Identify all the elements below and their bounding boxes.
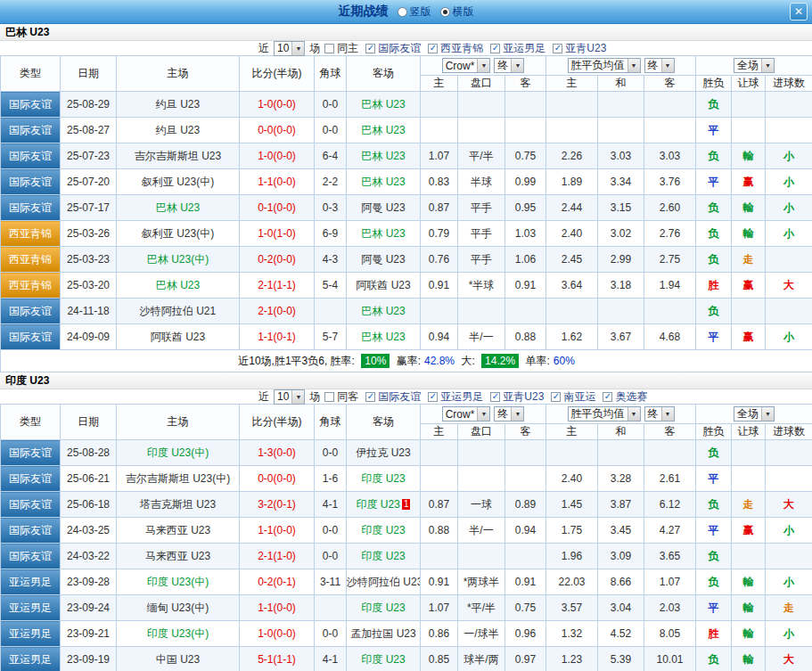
- radio-selected-icon[interactable]: [440, 7, 450, 17]
- avg-home: [546, 118, 598, 143]
- competition-filter[interactable]: ✓南亚运: [551, 389, 595, 405]
- avg-home: 2.44: [546, 195, 598, 221]
- chevron-down-icon: ▼: [477, 407, 489, 421]
- team-name: 印度 U23: [0, 372, 812, 389]
- competition-badge: 国际友谊: [1, 143, 61, 169]
- odds-stage-select[interactable]: 终 ▼: [494, 406, 524, 421]
- result-outcome: 平: [696, 324, 732, 350]
- odds-away: 0.75: [505, 595, 546, 621]
- checkbox-unchecked-icon[interactable]: [324, 44, 334, 53]
- chevron-down-icon: ▼: [291, 42, 304, 55]
- competition-filter[interactable]: ✓亚青U23: [490, 389, 544, 405]
- checkbox-checked-icon[interactable]: ✓: [365, 44, 375, 53]
- odds-home: [421, 466, 458, 492]
- match-row: 国际友谊25-08-29约旦 U231-0(0-0)0-0巴林 U23负: [1, 92, 812, 118]
- avg-home: 22.03: [546, 569, 598, 595]
- chevron-down-icon: ▼: [627, 407, 640, 421]
- odds-home: [421, 544, 458, 569]
- avg-home: 1.75: [546, 518, 598, 544]
- result-handicap: 輸: [732, 143, 766, 169]
- checkbox-checked-icon[interactable]: ✓: [428, 392, 438, 402]
- competition-filter[interactable]: ✓国际友谊: [365, 389, 421, 405]
- same-venue-filter[interactable]: 同客: [324, 389, 358, 405]
- home-team: 马来西亚 U23: [117, 518, 240, 544]
- avg-away: 4.27: [644, 518, 696, 544]
- home-team: 塔吉克斯坦 U23: [117, 492, 240, 518]
- same-venue-filter[interactable]: 同主: [324, 41, 358, 56]
- same-venue-label: 同主: [337, 41, 358, 56]
- col-result-goals: 进球数: [766, 424, 812, 440]
- competition-filter[interactable]: ✓国际友谊: [365, 41, 421, 56]
- match-score: 1-1(0-1): [240, 324, 315, 350]
- avg-away: 3.76: [644, 169, 696, 195]
- match-date: 25-06-21: [61, 466, 117, 492]
- competition-filter[interactable]: ✓西亚青锦: [428, 41, 483, 56]
- col-avg-away: 客: [644, 424, 696, 440]
- competition-filter[interactable]: ✓奥选赛: [603, 389, 647, 405]
- avg-away: 2.75: [644, 247, 696, 273]
- checkbox-unchecked-icon[interactable]: [324, 392, 334, 402]
- avg-draw: 3.28: [598, 466, 644, 492]
- match-row: 国际友谊25-08-27约旦 U230-0(0-0)0-0巴林 U23平: [1, 118, 812, 143]
- result-goals: 小: [766, 324, 812, 350]
- radio-unselected-icon[interactable]: [398, 7, 407, 17]
- away-team: 巴林 U23: [347, 143, 421, 169]
- bookmaker-select[interactable]: Crow* ▼: [442, 406, 491, 421]
- layout-horizontal-option[interactable]: 横版: [440, 4, 474, 20]
- odds-handicap: [458, 544, 505, 569]
- competition-filter[interactable]: ✓亚运男足: [428, 389, 483, 405]
- recent-results-dialog: 近期战绩 竖版 横版 ✕ 巴林 U23 近 10 ▼ 场 同主 ✓国际友谊✓西亚…: [0, 0, 812, 671]
- odds-home: 0.87: [421, 492, 458, 518]
- competition-badge: 国际友谊: [1, 466, 61, 492]
- odds-away: 0.88: [505, 324, 546, 350]
- checkbox-checked-icon[interactable]: ✓: [553, 44, 562, 53]
- checkbox-checked-icon[interactable]: ✓: [490, 44, 500, 53]
- checkbox-checked-icon[interactable]: ✓: [428, 44, 438, 53]
- avg-draw: 3.18: [598, 273, 644, 299]
- match-date: 25-03-20: [61, 273, 117, 299]
- checkbox-checked-icon[interactable]: ✓: [551, 392, 561, 402]
- avg-odds-select[interactable]: 胜平负均值 ▼: [568, 406, 641, 421]
- result-outcome: 负: [696, 569, 732, 595]
- avg-home: [546, 440, 598, 466]
- result-outcome: 负: [696, 440, 732, 466]
- avg-draw: 3.34: [598, 169, 644, 195]
- home-team: 缅甸 U23(中): [117, 595, 240, 621]
- bookmaker-select[interactable]: Crow* ▼: [442, 58, 491, 73]
- competition-filter[interactable]: ✓亚青U23: [553, 41, 606, 56]
- layout-vertical-option[interactable]: 竖版: [398, 4, 431, 20]
- odds-handicap: 平手: [458, 247, 505, 273]
- avg-odds-value: 胜平负均值: [569, 59, 627, 72]
- home-team: 约旦 U23: [117, 118, 240, 143]
- odds-home: [421, 299, 458, 324]
- match-count-select[interactable]: 10 ▼: [274, 389, 305, 405]
- close-button[interactable]: ✕: [790, 3, 808, 20]
- away-team-name: 巴林 U23: [361, 124, 405, 136]
- home-team-name: 叙利亚 U23(中): [142, 227, 214, 240]
- checkbox-checked-icon[interactable]: ✓: [365, 392, 375, 402]
- away-team: 巴林 U23: [347, 221, 421, 247]
- checkbox-checked-icon[interactable]: ✓: [603, 392, 612, 402]
- odds-stage-select[interactable]: 终 ▼: [494, 58, 524, 73]
- away-team-name: 阿曼 U23: [361, 253, 405, 266]
- scope-select[interactable]: 全场 ▼: [734, 406, 775, 421]
- away-team: 沙特阿拉伯 U23: [347, 569, 421, 595]
- odds-handicap: *半球: [458, 273, 505, 299]
- odds-handicap: [458, 118, 505, 143]
- avg-odds-select[interactable]: 胜平负均值 ▼: [568, 58, 641, 73]
- checkbox-checked-icon[interactable]: ✓: [490, 392, 500, 402]
- summary-row: 近10场,胜1平3负6, 胜率: 10% 赢率:42.8% 大: 14.2% 单…: [1, 350, 812, 372]
- away-team-name: 印度 U23: [361, 550, 405, 562]
- match-row: 亚运男足23-09-21印度 U23(中)1-0(0-0)0-0孟加拉国 U23…: [1, 621, 812, 647]
- match-row: 国际友谊25-06-21吉尔吉斯斯坦 U23(中)0-0(0-0)1-6印度 U…: [1, 466, 812, 492]
- col-away: 客场: [347, 56, 421, 92]
- avg-stage-select[interactable]: 终 ▼: [644, 406, 675, 421]
- corner-score: 3-11: [315, 569, 347, 595]
- corner-score: 0-0: [315, 92, 347, 118]
- away-team-name: 巴林 U23: [361, 331, 405, 343]
- avg-stage-select[interactable]: 终 ▼: [644, 58, 675, 73]
- competition-filter[interactable]: ✓亚运男足: [490, 41, 545, 56]
- scope-select[interactable]: 全场 ▼: [734, 58, 775, 73]
- away-team-name: 伊拉克 U23: [356, 446, 410, 459]
- match-count-select[interactable]: 10 ▼: [274, 41, 305, 56]
